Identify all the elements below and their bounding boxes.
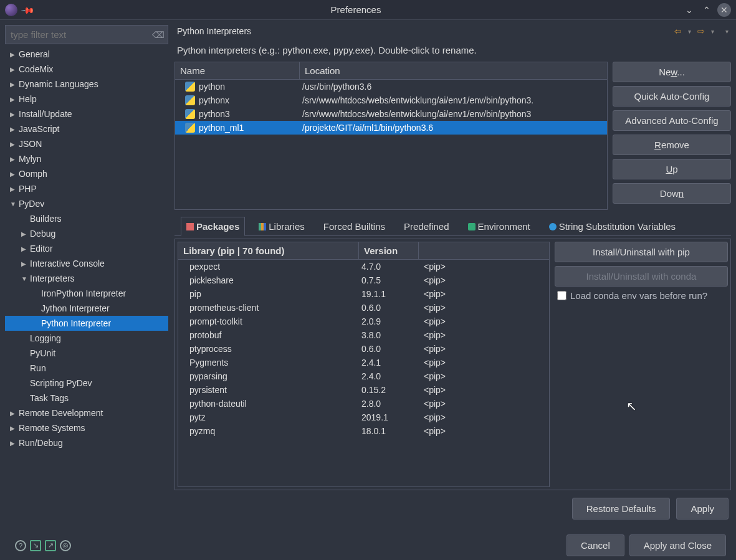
chevron-right-icon[interactable]: ▶ xyxy=(10,425,19,432)
chevron-right-icon[interactable]: ▶ xyxy=(21,230,30,237)
minimize-button[interactable]: ⌄ xyxy=(682,3,696,17)
oomph-icon[interactable]: ◎ xyxy=(60,540,71,551)
chevron-right-icon[interactable]: ▶ xyxy=(10,440,19,447)
chevron-right-icon[interactable]: ▶ xyxy=(10,96,19,103)
tree-item[interactable]: ▶Run/Debug xyxy=(5,435,168,450)
tree-item[interactable]: ▶JSON xyxy=(5,136,168,151)
forward-menu-icon[interactable]: ▾ xyxy=(711,28,714,35)
maximize-button[interactable]: ⌃ xyxy=(700,3,714,17)
install-pip-button[interactable]: Install/Uninstall with pip xyxy=(555,242,728,262)
conda-env-checkbox-row[interactable]: Load conda env vars before run? xyxy=(555,290,728,301)
tab-env[interactable]: Environment xyxy=(463,217,535,236)
preferences-tree[interactable]: ▶General▶CodeMix▶Dynamic Languages▶Help▶… xyxy=(5,47,168,520)
tree-item[interactable]: Jython Interpreter xyxy=(5,301,168,316)
help-icon[interactable]: ? xyxy=(15,540,26,551)
tree-item[interactable]: PyUnit xyxy=(5,346,168,361)
tree-item[interactable]: ▶Remote Systems xyxy=(5,420,168,435)
col-source-header[interactable] xyxy=(419,242,549,259)
up-button[interactable]: Up xyxy=(613,159,731,179)
tab-predef[interactable]: Predefined xyxy=(399,217,454,236)
chevron-down-icon[interactable]: ▼ xyxy=(21,275,30,282)
clear-filter-icon[interactable]: ⌫ xyxy=(152,30,165,40)
tree-item[interactable]: ▶Install/Update xyxy=(5,107,168,121)
package-row[interactable]: pyzmq18.0.1<pip> xyxy=(178,424,549,438)
tree-item[interactable]: Run xyxy=(5,361,168,376)
conda-env-checkbox[interactable] xyxy=(557,291,566,300)
tree-item[interactable]: Logging xyxy=(5,331,168,346)
chevron-right-icon[interactable]: ▶ xyxy=(10,51,19,58)
tree-item[interactable]: Python Interpreter xyxy=(5,316,168,331)
package-row[interactable]: pickleshare0.7.5<pip> xyxy=(178,273,549,287)
tree-item[interactable]: ▶Dynamic Languages xyxy=(5,77,168,92)
down-button[interactable]: Down xyxy=(613,183,731,204)
tree-item[interactable]: Builders xyxy=(5,211,168,226)
tab-forced[interactable]: Forced Builtins xyxy=(318,217,390,236)
tree-item[interactable]: ▶Remote Development xyxy=(5,406,168,420)
interpreter-row[interactable]: python3/srv/www/htdocs/webs/entwicklung/… xyxy=(175,107,607,121)
import-icon[interactable]: ↘ xyxy=(30,540,41,551)
tab-libraries[interactable]: Libraries xyxy=(254,217,310,236)
chevron-right-icon[interactable]: ▶ xyxy=(10,156,19,163)
forward-icon[interactable]: ⇨ xyxy=(697,26,705,36)
filter-input[interactable] xyxy=(5,25,168,44)
chevron-right-icon[interactable]: ▶ xyxy=(21,245,30,252)
chevron-right-icon[interactable]: ▶ xyxy=(10,81,19,88)
tree-item[interactable]: ▶Interactive Console xyxy=(5,256,168,271)
package-row[interactable]: pyparsing2.4.0<pip> xyxy=(178,369,549,383)
package-row[interactable]: prompt-toolkit2.0.9<pip> xyxy=(178,315,549,328)
chevron-right-icon[interactable]: ▶ xyxy=(10,186,19,192)
export-icon[interactable]: ↗ xyxy=(45,540,56,551)
tree-item[interactable]: ▶Oomph xyxy=(5,166,168,181)
chevron-right-icon[interactable]: ▶ xyxy=(10,126,19,133)
tree-item[interactable]: ▶Editor xyxy=(5,241,168,256)
tree-item[interactable]: ▶Debug xyxy=(5,226,168,241)
back-icon[interactable]: ⇦ xyxy=(674,26,682,36)
chevron-right-icon[interactable]: ▶ xyxy=(10,141,19,148)
tree-item[interactable]: Task Tags xyxy=(5,391,168,406)
remove-button[interactable]: Remove xyxy=(613,135,731,155)
tab-packages[interactable]: Packages xyxy=(181,217,245,236)
tree-item[interactable]: ▶JavaScript xyxy=(5,121,168,136)
package-row[interactable]: pytz2019.1<pip> xyxy=(178,411,549,424)
chevron-right-icon[interactable]: ▶ xyxy=(10,410,19,417)
install-conda-button[interactable]: Install/Uninstall with conda xyxy=(555,266,728,287)
chevron-right-icon[interactable]: ▶ xyxy=(21,260,30,267)
chevron-down-icon[interactable]: ▼ xyxy=(10,201,19,207)
col-location-header[interactable]: Location xyxy=(300,62,607,79)
menu-icon[interactable]: ▾ xyxy=(725,28,729,35)
package-row[interactable]: pyrsistent0.15.2<pip> xyxy=(178,383,549,397)
tree-item[interactable]: ▶General xyxy=(5,47,168,62)
col-version-header[interactable]: Version xyxy=(359,242,419,259)
tree-item[interactable]: ▶Help xyxy=(5,92,168,107)
apply-and-close-button[interactable]: Apply and Close xyxy=(629,534,726,556)
tab-strsub[interactable]: String Substitution Variables xyxy=(544,217,681,236)
tree-item[interactable]: ▶Mylyn xyxy=(5,151,168,166)
chevron-right-icon[interactable]: ▶ xyxy=(10,66,19,73)
interpreter-row[interactable]: python/usr/bin/python3.6 xyxy=(175,80,607,93)
cancel-button[interactable]: Cancel xyxy=(566,534,624,556)
interpreter-row[interactable]: python_ml1/projekte/GIT/ai/ml1/bin/pytho… xyxy=(175,121,607,135)
package-row[interactable]: prometheus-client0.6.0<pip> xyxy=(178,301,549,315)
chevron-right-icon[interactable]: ▶ xyxy=(10,171,19,178)
col-name-header[interactable]: Name xyxy=(175,62,300,79)
package-row[interactable]: ptyprocess0.6.0<pip> xyxy=(178,342,549,356)
package-row[interactable]: protobuf3.8.0<pip> xyxy=(178,328,549,342)
tree-item[interactable]: ▼Interpreters xyxy=(5,271,168,286)
tree-item[interactable]: ▼PyDev xyxy=(5,196,168,211)
back-menu-icon[interactable]: ▾ xyxy=(688,28,691,35)
quick-auto-config-button[interactable]: Quick Auto-Config xyxy=(613,86,731,107)
chevron-right-icon[interactable]: ▶ xyxy=(10,111,19,118)
package-row[interactable]: Pygments2.4.1<pip> xyxy=(178,356,549,369)
interpreter-row[interactable]: pythonx/srv/www/htdocs/webs/entwicklung/… xyxy=(175,93,607,107)
package-row[interactable]: python-dateutil2.8.0<pip> xyxy=(178,397,549,411)
advanced-auto-config-button[interactable]: Advanced Auto-Config xyxy=(613,110,731,131)
col-library-header[interactable]: Library (pip | 70 found) xyxy=(178,242,359,259)
package-row[interactable]: pip19.1.1<pip> xyxy=(178,287,549,301)
tree-item[interactable]: ▶CodeMix xyxy=(5,62,168,77)
package-row[interactable]: pexpect4.7.0<pip> xyxy=(178,260,549,273)
apply-button[interactable]: Apply xyxy=(676,498,729,520)
tree-item[interactable]: Scripting PyDev xyxy=(5,376,168,391)
new-button[interactable]: New... xyxy=(613,62,731,82)
tree-item[interactable]: IronPython Interpreter xyxy=(5,286,168,301)
close-button[interactable]: ✕ xyxy=(717,3,731,17)
